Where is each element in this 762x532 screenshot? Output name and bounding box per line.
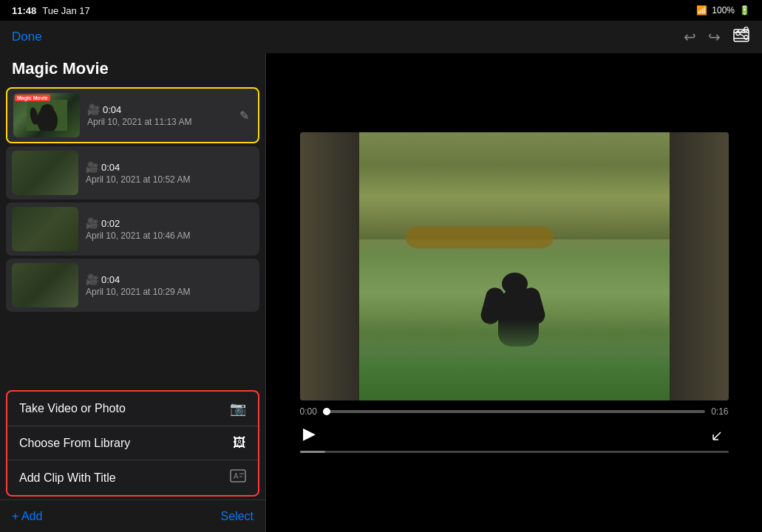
video-camera-icon: 🎥 — [87, 103, 100, 115]
title-icon: A — [230, 469, 246, 486]
add-button[interactable]: + Add — [12, 510, 42, 523]
select-button[interactable]: Select — [221, 510, 254, 523]
battery-text: 100% — [712, 5, 735, 16]
playback-controls: ▶ — [300, 423, 729, 445]
panel-title: Magic Movie — [0, 53, 265, 84]
video-controls: 0:00 0:16 ▶ — [300, 406, 729, 445]
video-preview — [300, 132, 729, 400]
clip-item[interactable]: 🎥 0:04 April 10, 2021 at 10:29 AM — [6, 259, 259, 312]
action-menu: Take Video or Photo 📷 Choose From Librar… — [6, 390, 259, 497]
svg-text:A: A — [234, 472, 239, 480]
progress-indicator — [323, 408, 330, 415]
clip-badge: Magic Movie — [15, 95, 50, 101]
video-scene — [300, 132, 729, 400]
undo-button[interactable]: ↩ — [684, 28, 696, 46]
clip-thumbnail — [12, 207, 78, 251]
photo-library-icon: 🖼 — [233, 435, 246, 451]
video-main-area — [359, 132, 670, 400]
redo-button[interactable]: ↪ — [708, 28, 721, 46]
add-clip-title-label: Add Clip With Title — [19, 471, 116, 485]
main-content: Magic Movie Magic Movie — [0, 53, 762, 532]
take-video-photo-button[interactable]: Take Video or Photo 📷 — [7, 392, 258, 426]
toolbar: Done ↩ ↪ — [0, 21, 762, 53]
right-panel: 0:00 0:16 ▶ — [266, 53, 762, 532]
clip-duration: 0:02 — [101, 218, 120, 229]
clip-date: April 10, 2021 at 10:29 AM — [86, 287, 246, 297]
clip-item[interactable]: 🎥 0:04 April 10, 2021 at 10:52 AM — [6, 146, 259, 200]
clip-duration: 0:04 — [103, 104, 121, 115]
done-button[interactable]: Done — [12, 30, 42, 44]
video-camera-icon: 🎥 — [86, 273, 98, 285]
clip-info: 🎥 0:04 April 10, 2021 at 10:52 AM — [78, 158, 254, 188]
clip-info: 🎥 0:04 April 10, 2021 at 10:29 AM — [78, 270, 254, 300]
time-end: 0:16 — [711, 406, 728, 417]
clip-duration: 0:04 — [101, 162, 120, 173]
pip-button[interactable] — [708, 423, 726, 445]
bottom-bar: + Add Select — [0, 499, 265, 532]
wifi-icon: 📶 — [696, 5, 707, 16]
video-camera-icon: 🎥 — [86, 161, 98, 173]
play-button[interactable]: ▶ — [303, 424, 316, 443]
choose-library-label: Choose From Library — [19, 437, 130, 450]
clip-info: 🎥 0:04 April 10, 2021 at 11:13 AM — [80, 100, 237, 130]
svg-point-7 — [41, 104, 54, 116]
clip-date: April 10, 2021 at 10:46 AM — [86, 231, 246, 241]
clip-thumbnail — [12, 263, 78, 307]
clip-info: 🎥 0:02 April 10, 2021 at 10:46 AM — [78, 214, 254, 244]
status-right: 📶 100% 🔋 — [696, 5, 750, 16]
clip-item[interactable]: 🎥 0:02 April 10, 2021 at 10:46 AM — [6, 202, 259, 256]
camera-icon: 📷 — [230, 400, 246, 417]
take-video-label: Take Video or Photo — [19, 402, 126, 415]
clip-date: April 10, 2021 at 11:13 AM — [87, 117, 229, 127]
clip-item[interactable]: Magic Movie 🎥 0:04 April 10, 2021 at 11:… — [6, 87, 259, 143]
progress-track[interactable] — [323, 410, 705, 413]
share-button[interactable] — [734, 25, 750, 45]
time-start: 0:00 — [300, 406, 317, 417]
status-time: 11:48 — [12, 5, 36, 16]
status-date: Tue Jan 17 — [42, 5, 90, 16]
clip-thumbnail: Magic Movie — [13, 93, 80, 137]
video-camera-icon: 🎥 — [86, 217, 98, 229]
left-panel: Magic Movie Magic Movie — [0, 53, 266, 532]
clip-thumbnail — [12, 151, 78, 195]
battery-icon: 🔋 — [739, 5, 750, 16]
clip-edit-button[interactable]: ✎ — [237, 106, 252, 126]
clip-duration: 0:04 — [101, 274, 120, 285]
status-bar: 11:48 Tue Jan 17 📶 100% 🔋 — [0, 0, 762, 21]
clip-date: April 10, 2021 at 10:52 AM — [86, 174, 246, 185]
clips-list: Magic Movie 🎥 0:04 April 10, 2021 at 11:… — [0, 84, 265, 387]
choose-from-library-button[interactable]: Choose From Library 🖼 — [7, 426, 258, 460]
add-clip-with-title-button[interactable]: Add Clip With Title A — [7, 460, 258, 495]
